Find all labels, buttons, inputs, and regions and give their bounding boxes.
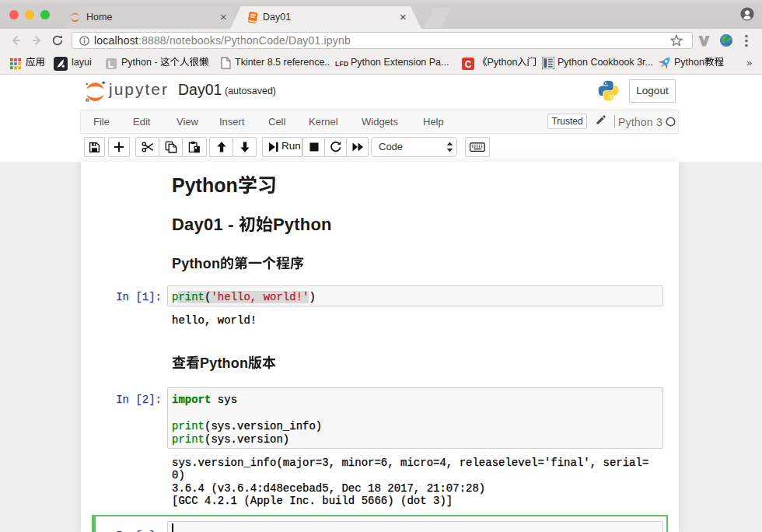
svg-text:C: C	[465, 59, 472, 70]
